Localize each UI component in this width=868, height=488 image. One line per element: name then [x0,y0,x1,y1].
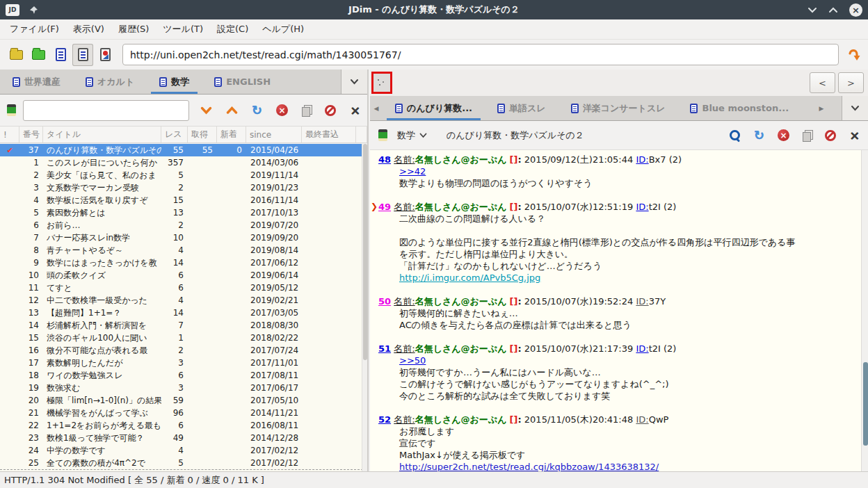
search-down-icon[interactable] [200,106,212,115]
next-button[interactable]: > [838,72,864,93]
menu-file[interactable]: ファイル(F) [3,20,66,38]
menu-view[interactable]: 表示(V) [66,20,111,38]
post-number-link[interactable]: 51 [378,343,391,354]
url-input[interactable] [122,44,839,65]
col-lastwrite[interactable]: 最終書込 [302,127,356,143]
thread-view-button[interactable] [72,44,93,66]
tab-scroll-right-icon[interactable]: ▶ [815,96,828,120]
thread-filter-input[interactable] [23,100,189,121]
pin-icon[interactable] [29,6,38,15]
stop-icon[interactable]: × [276,104,288,116]
copy-icon[interactable] [803,130,812,140]
menu-settings[interactable]: 設定(C) [210,20,255,38]
board-view-button[interactable] [50,44,71,66]
table-row[interactable]: 23数検1級って独学で可能？492014/12/28 [0,432,363,444]
table-row[interactable]: 221+1=2をお前らが考える最も62016/08/11 [0,419,363,432]
abort-icon[interactable] [325,105,336,116]
pencil-write-icon[interactable] [7,104,16,116]
table-row[interactable]: 6お前ら…22019/07/20 [0,219,363,231]
thread-list-scrollbar[interactable] [362,144,367,471]
post-number-link[interactable]: 52 [378,414,391,425]
table-row[interactable]: 12中二で数検準一級受かった42019/02/21 [0,294,363,307]
board-tab-english[interactable]: ENGLISH [202,70,283,94]
close-tab-icon[interactable]: × [350,104,360,117]
thread-scrollbar[interactable] [861,150,868,471]
col-title[interactable]: タイトル [43,127,161,143]
pencil-write-icon[interactable] [378,129,387,141]
post-url-link[interactable]: http://i.imgur.com/APvb5Cg.jpg [399,273,540,283]
reload-icon[interactable]: ↻ [754,129,764,142]
table-row[interactable]: 17素数解明したんだが32017/11/01 [0,357,363,369]
table-row[interactable]: 10頭の柔軟クイズ62019/06/14 [0,269,363,282]
menu-tools[interactable]: ツール(T) [156,20,210,38]
post-number-link[interactable]: 48 [378,154,391,165]
post-id-link[interactable]: ID: [636,154,648,165]
col-mark[interactable]: ! [0,127,19,143]
col-since[interactable]: since [246,127,302,143]
table-row[interactable]: 8青チャートやるぞ～42019/08/14 [0,244,363,257]
table-row[interactable]: 21機械学習をがんばって学ぶ962014/11/21 [0,407,363,419]
table-row[interactable]: 3文系数学でマーカン受験22019/01/23 [0,181,363,194]
table-row[interactable]: 1このスレが目についたら何か3572014/03/06 [0,156,363,169]
url-jump-button[interactable] [846,47,862,63]
thread-tab-bluemoonstone[interactable]: Blue moonston... [677,96,801,120]
table-row[interactable]: 16微分不可能な点が表れる最22017/07/24 [0,344,363,357]
table-row[interactable]: 20極限「lim[n→1-0](n)」の結果592017/05/10 [0,394,363,407]
prev-button[interactable]: < [810,72,835,93]
table-row[interactable]: 15渋谷のギャル100人に聞い12018/02/22 [0,332,363,344]
table-row[interactable]: 7バナー応募スレin数学102019/09/20 [0,231,363,244]
maximize-button[interactable] [828,7,838,13]
post-number-link[interactable]: 49 [378,202,391,212]
table-row[interactable]: 11てすと62019/05/12 [0,282,363,294]
table-row[interactable]: ✔37のんびり算数・数学パズルその２555502015/04/26 [0,144,363,156]
board-tab-occult[interactable]: オカルト [73,70,147,94]
board-tab-math[interactable]: 数学 [147,70,202,94]
search-up-icon[interactable] [226,106,238,115]
table-row[interactable]: 24中学の数学です42017/02/12 [0,444,363,457]
thread-tab-list-button[interactable] [842,96,868,120]
table-row[interactable]: 5素因数分解とは132017/10/13 [0,206,363,219]
post-anchor-link[interactable]: >>42 [399,166,426,177]
thread-tab-yougaku[interactable]: 洋楽コンサートスレ [558,96,678,120]
col-number[interactable]: 番号 [19,127,43,143]
table-row[interactable]: 9数学にはまったきっかけを教142017/06/12 [0,257,363,269]
thread-tab-tango[interactable]: 単語スレ [485,96,558,120]
board-select[interactable]: 数学 [397,129,427,142]
table-row[interactable]: 4数学板に活気を取り戻すぞ152016/11/14 [0,194,363,206]
stop-icon[interactable]: × [778,129,789,141]
favorites-button[interactable] [28,44,49,66]
col-res[interactable]: レス [161,127,188,143]
table-row[interactable]: 18ワイの数学勉強スレ62017/08/11 [0,369,363,382]
bbs-list-button[interactable] [6,44,26,66]
thread-view[interactable]: 48 名前:名無しさん@おーぷん []: 2015/09/12(土)21:05:… [370,150,862,471]
table-row[interactable]: 2美少女「ほら見て、私のおま52019/11/14 [0,169,363,181]
image-thumbnail-tab[interactable] [371,72,392,94]
minimize-button[interactable] [807,7,817,13]
post-anchor-link[interactable]: >>50 [399,355,426,366]
menu-help[interactable]: ヘルプ(H) [255,20,311,38]
board-tab-sekaiisan[interactable]: 世界遺産 [0,70,73,94]
board-tab-list-button[interactable] [341,70,367,94]
post-url-link[interactable]: http://super2ch.net/test/read.cgi/kqbbzo… [399,462,659,471]
scrollbar-thumb[interactable] [363,144,367,360]
post-id-link[interactable]: ID: [636,343,648,354]
reload-icon[interactable]: ↻ [252,104,262,117]
close-button[interactable]: × [849,3,862,17]
table-row[interactable]: 19数強求む32017/06/17 [0,382,363,394]
col-new[interactable]: 新着 [217,127,246,143]
scrollbar-thumb[interactable] [863,362,868,446]
table-row[interactable]: 14杉浦解析入門・解析演習を72018/08/30 [0,319,363,332]
post-id-link[interactable]: ID: [636,202,648,212]
close-tab-icon[interactable]: × [849,129,860,142]
post-number-link[interactable]: 50 [378,296,391,307]
abort-icon[interactable] [825,130,836,141]
search-icon[interactable] [729,129,741,141]
thread-tab-nonbiri[interactable]: のんびり算数... [383,96,485,120]
table-row[interactable]: 13【超難問】1+1=？142017/03/05 [0,307,363,319]
table-row[interactable]: 25全ての素数の積が4π^2で52017/02/12 [0,457,363,469]
menu-history[interactable]: 履歴(S) [111,20,156,38]
copy-icon[interactable] [302,105,311,115]
image-view-button[interactable] [95,44,115,66]
tab-scroll-left-icon[interactable]: ◀ [370,96,383,120]
col-got[interactable]: 取得 [188,127,217,143]
